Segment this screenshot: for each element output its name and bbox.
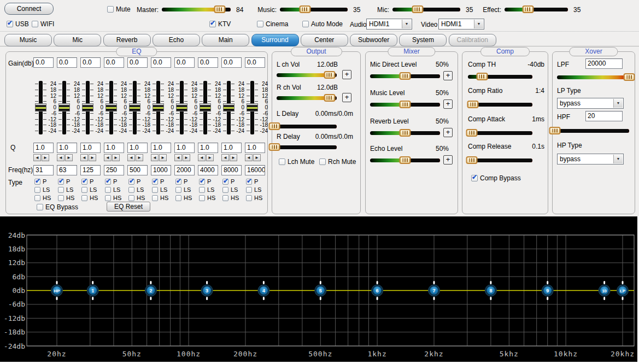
eq-freq-input-9[interactable]: 8000	[221, 165, 242, 175]
eq-marker-3[interactable]: 3	[201, 281, 213, 300]
eq-type-p-9[interactable]: ✔P	[222, 178, 235, 185]
eq-q-input-10[interactable]: 1.0	[245, 143, 265, 153]
eq-type-ls-10[interactable]: LS	[246, 186, 261, 193]
spinner-left-button[interactable]: ◄	[174, 154, 182, 161]
tab-center[interactable]: Center	[301, 34, 348, 46]
l-ch-vol-slider[interactable]	[277, 71, 337, 79]
tab-system[interactable]: System	[399, 34, 447, 46]
spinner-left-button[interactable]: ◄	[245, 154, 253, 161]
cinema-checkbox[interactable]: Cinema	[257, 20, 288, 28]
slider-handle[interactable]	[400, 156, 411, 164]
eq-gain-input-5[interactable]: 0.0	[127, 57, 148, 68]
hpf-slider[interactable]	[555, 126, 629, 135]
lpf-slider[interactable]	[557, 73, 629, 81]
eq-freq-input-4[interactable]: 250	[104, 165, 124, 175]
eq-type-p-1[interactable]: ✔P	[34, 178, 46, 185]
eq-gain-input-10[interactable]: 0.0	[245, 57, 265, 68]
slider-handle[interactable]	[522, 5, 534, 13]
eq-type-ls-4[interactable]: LS	[105, 186, 120, 193]
mic-direct-level-slider[interactable]	[370, 72, 440, 80]
spinner-right-button[interactable]: ►	[230, 154, 237, 161]
slider-handle[interactable]	[324, 71, 335, 79]
eq-slider-handle-7[interactable]	[176, 103, 187, 111]
eq-q-input-9[interactable]: 1.0	[221, 143, 242, 153]
eq-freq-input-6[interactable]: 1000	[151, 165, 171, 175]
eq-slider-handle-6[interactable]	[153, 103, 164, 111]
r-ch-vol-slider[interactable]	[277, 93, 337, 102]
slider-handle[interactable]	[400, 72, 411, 80]
slider-handle[interactable]	[624, 73, 635, 81]
slider-handle[interactable]	[549, 127, 561, 134]
effect-slider[interactable]	[505, 5, 568, 14]
spinner-right-button[interactable]: ►	[136, 154, 143, 161]
spinner-right-button[interactable]: ►	[206, 154, 214, 161]
eq-gain-input-7[interactable]: 0.0	[174, 57, 195, 68]
video-select[interactable]: HDMI1▼	[438, 19, 484, 30]
eq-freq-input-2[interactable]: 63	[57, 165, 77, 175]
eq-slider-handle-8[interactable]	[200, 103, 211, 111]
slider-handle[interactable]	[324, 94, 335, 102]
slider-handle[interactable]	[412, 5, 423, 13]
r-ch-vol-plus-button[interactable]: +	[342, 93, 351, 102]
eq-q-input-3[interactable]: 1.0	[80, 143, 101, 153]
eq-marker-7[interactable]: 7	[429, 281, 440, 300]
comp-bypass-checkbox[interactable]: ✔Comp Bypass	[471, 174, 521, 182]
eq-type-ls-3[interactable]: LS	[81, 186, 97, 193]
eq-type-hs-7[interactable]: HS	[175, 195, 192, 201]
eq-q-input-4[interactable]: 1.0	[104, 143, 124, 153]
eq-type-p-7[interactable]: ✔P	[175, 178, 187, 185]
tab-surround[interactable]: Surround	[251, 34, 299, 46]
tab-main[interactable]: Main	[202, 34, 249, 46]
eq-slider-handle-4[interactable]	[105, 103, 117, 111]
reverb-level-slider[interactable]	[370, 128, 440, 137]
eq-slider-handle-5[interactable]	[129, 103, 140, 111]
eq-marker-10[interactable]: 10	[599, 281, 610, 300]
tab-reverb[interactable]: Reverb	[103, 34, 151, 46]
eq-gain-input-6[interactable]: 0.0	[151, 57, 171, 68]
eq-marker-8[interactable]: 8	[485, 281, 496, 300]
eq-marker-5[interactable]: 5	[315, 281, 326, 300]
comp-th-slider[interactable]	[468, 72, 532, 81]
slider-handle[interactable]	[466, 156, 478, 164]
eq-freq-input-7[interactable]: 2000	[174, 165, 195, 175]
spinner-right-button[interactable]: ►	[89, 154, 96, 161]
spinner-right-button[interactable]: ►	[65, 154, 73, 161]
eq-bypass-checkbox[interactable]: EQ Bypass	[37, 203, 78, 211]
audio-select[interactable]: HDMI1▼	[366, 19, 412, 30]
eq-type-hs-1[interactable]: HS	[34, 195, 51, 201]
eq-type-hs-9[interactable]: HS	[222, 195, 239, 201]
comp-attack-slider[interactable]	[468, 128, 532, 137]
slider-handle[interactable]	[400, 101, 411, 108]
eq-gain-input-9[interactable]: 0.0	[221, 57, 242, 68]
eq-type-hs-3[interactable]: HS	[81, 195, 98, 201]
eq-type-p-6[interactable]: ✔P	[152, 178, 164, 185]
eq-freq-input-1[interactable]: 31	[33, 165, 54, 175]
usb-checkbox[interactable]: ✔USB	[7, 20, 29, 28]
lp-type-select[interactable]: bypass▼	[557, 98, 624, 109]
music-level-plus-button[interactable]: +	[443, 99, 453, 109]
eq-type-p-10[interactable]: ✔P	[246, 178, 258, 185]
eq-q-input-5[interactable]: 1.0	[127, 143, 148, 153]
echo-level-plus-button[interactable]: +	[443, 155, 453, 165]
eq-type-p-8[interactable]: ✔P	[199, 178, 211, 185]
tab-echo[interactable]: Echo	[153, 34, 200, 46]
eq-slider-handle-10[interactable]	[247, 103, 258, 111]
rch-mute-checkbox[interactable]: Rch Mute	[319, 158, 356, 166]
eq-gain-input-4[interactable]: 0.0	[104, 57, 124, 68]
mic-slider[interactable]	[392, 5, 460, 14]
eq-marker-6[interactable]: 6	[372, 281, 383, 300]
eq-reset-button[interactable]: EQ Reset	[107, 202, 150, 212]
eq-type-ls-9[interactable]: LS	[222, 186, 238, 193]
slider-handle[interactable]	[467, 101, 479, 108]
hpf-input[interactable]: 20	[585, 111, 623, 121]
spinner-right-button[interactable]: ►	[112, 154, 120, 161]
eq-type-ls-8[interactable]: LS	[199, 186, 214, 193]
eq-freq-input-10[interactable]: 16000	[245, 165, 265, 175]
eq-type-p-5[interactable]: ✔P	[128, 178, 140, 185]
connect-button[interactable]: Connect	[4, 3, 54, 15]
slider-handle[interactable]	[476, 73, 488, 80]
eq-type-ls-1[interactable]: LS	[34, 186, 50, 193]
spinner-left-button[interactable]: ◄	[151, 154, 159, 161]
eq-freq-input-3[interactable]: 125	[80, 165, 101, 175]
auto-mode-checkbox[interactable]: Auto Mode	[302, 20, 343, 28]
